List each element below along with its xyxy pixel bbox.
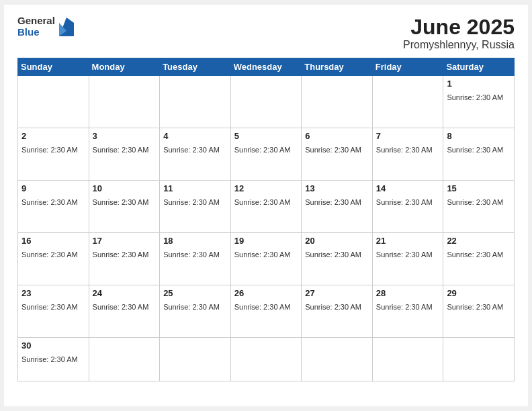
day-number: 10 [93, 183, 157, 193]
day-number: 3 [93, 131, 157, 141]
day-number: 2 [21, 131, 85, 141]
title-block: June 2025 Promyshlennyy, Russia [403, 15, 515, 51]
day-number: 6 [305, 131, 369, 141]
calendar-cell: 26Sunrise: 2:30 AM [230, 285, 302, 338]
day-number: 27 [305, 288, 369, 298]
sunrise-info: Sunrise: 2:30 AM [21, 355, 78, 363]
sunrise-info: Sunrise: 2:30 AM [376, 303, 433, 311]
day-number: 19 [234, 236, 298, 246]
day-number: 28 [376, 288, 440, 298]
sunrise-info: Sunrise: 2:30 AM [376, 198, 433, 206]
sunrise-info: Sunrise: 2:30 AM [376, 250, 433, 259]
day-number: 21 [376, 236, 440, 246]
sunrise-info: Sunrise: 2:30 AM [93, 146, 149, 154]
calendar-cell [230, 338, 302, 381]
table-row: 2Sunrise: 2:30 AM3Sunrise: 2:30 AM4Sunri… [18, 128, 515, 181]
calendar-cell [302, 76, 373, 128]
calendar-cell: 16Sunrise: 2:30 AM [18, 233, 89, 285]
calendar-cell: 7Sunrise: 2:30 AM [372, 128, 443, 181]
calendar-cell: 24Sunrise: 2:30 AM [89, 285, 160, 338]
location-title: Promyshlennyy, Russia [403, 39, 515, 51]
sunrise-info: Sunrise: 2:30 AM [21, 198, 78, 206]
calendar-cell: 12Sunrise: 2:30 AM [230, 181, 302, 233]
sunrise-info: Sunrise: 2:30 AM [447, 146, 503, 154]
logo: General Blue [17, 15, 74, 38]
calendar-cell: 25Sunrise: 2:30 AM [160, 285, 231, 338]
day-number: 7 [376, 131, 440, 141]
sunrise-info: Sunrise: 2:30 AM [163, 198, 220, 206]
day-number: 26 [234, 288, 298, 298]
calendar-cell: 2Sunrise: 2:30 AM [18, 128, 89, 181]
day-number: 30 [21, 340, 85, 351]
calendar-cell [443, 338, 515, 381]
sunrise-info: Sunrise: 2:30 AM [21, 146, 78, 154]
day-number: 18 [163, 236, 227, 246]
sunrise-info: Sunrise: 2:30 AM [447, 250, 503, 259]
logo-blue: Blue [17, 27, 55, 38]
calendar-page: General Blue June 2025 Promyshlennyy, Ru… [4, 5, 528, 406]
calendar-cell [18, 76, 89, 128]
logo-icon [59, 17, 74, 36]
col-wednesday: Wednesday [230, 58, 302, 76]
calendar-cell: 20Sunrise: 2:30 AM [302, 233, 373, 285]
sunrise-info: Sunrise: 2:30 AM [93, 250, 149, 259]
calendar-cell: 4Sunrise: 2:30 AM [160, 128, 231, 181]
table-row: 30Sunrise: 2:30 AM [18, 338, 515, 381]
calendar-cell: 22Sunrise: 2:30 AM [443, 233, 515, 285]
col-monday: Monday [89, 58, 160, 76]
calendar-cell: 9Sunrise: 2:30 AM [18, 181, 89, 233]
day-number: 25 [163, 288, 227, 298]
calendar-cell: 21Sunrise: 2:30 AM [372, 233, 443, 285]
calendar-cell: 1Sunrise: 2:30 AM [443, 76, 515, 128]
day-number: 29 [447, 288, 511, 298]
sunrise-info: Sunrise: 2:30 AM [93, 303, 149, 311]
calendar-cell: 13Sunrise: 2:30 AM [302, 181, 373, 233]
sunrise-info: Sunrise: 2:30 AM [163, 146, 220, 154]
table-row: 23Sunrise: 2:30 AM24Sunrise: 2:30 AM25Su… [18, 285, 515, 338]
sunrise-info: Sunrise: 2:30 AM [447, 198, 503, 206]
calendar-cell: 17Sunrise: 2:30 AM [89, 233, 160, 285]
calendar-cell: 14Sunrise: 2:30 AM [372, 181, 443, 233]
day-number: 1 [447, 79, 511, 89]
calendar-cell: 23Sunrise: 2:30 AM [18, 285, 89, 338]
col-saturday: Saturday [443, 58, 515, 76]
calendar-cell: 3Sunrise: 2:30 AM [89, 128, 160, 181]
day-number: 22 [447, 236, 511, 246]
day-number: 12 [234, 183, 298, 193]
sunrise-info: Sunrise: 2:30 AM [93, 198, 149, 206]
day-number: 4 [163, 131, 227, 141]
col-tuesday: Tuesday [160, 58, 231, 76]
col-sunday: Sunday [18, 58, 89, 76]
day-number: 13 [305, 183, 369, 193]
sunrise-info: Sunrise: 2:30 AM [163, 303, 220, 311]
header: General Blue June 2025 Promyshlennyy, Ru… [17, 15, 515, 51]
col-friday: Friday [372, 58, 443, 76]
calendar-cell: 5Sunrise: 2:30 AM [230, 128, 302, 181]
calendar-cell [89, 76, 160, 128]
sunrise-info: Sunrise: 2:30 AM [234, 250, 291, 259]
calendar-cell: 28Sunrise: 2:30 AM [372, 285, 443, 338]
calendar-cell [372, 338, 443, 381]
calendar-cell: 29Sunrise: 2:30 AM [443, 285, 515, 338]
day-number: 9 [21, 183, 85, 193]
table-row: 1Sunrise: 2:30 AM [18, 76, 515, 128]
col-thursday: Thursday [302, 58, 373, 76]
sunrise-info: Sunrise: 2:30 AM [305, 303, 361, 311]
day-number: 5 [234, 131, 298, 141]
calendar-cell: 27Sunrise: 2:30 AM [302, 285, 373, 338]
calendar-cell: 10Sunrise: 2:30 AM [89, 181, 160, 233]
calendar-cell: 30Sunrise: 2:30 AM [18, 338, 89, 381]
calendar-cell: 19Sunrise: 2:30 AM [230, 233, 302, 285]
sunrise-info: Sunrise: 2:30 AM [234, 146, 291, 154]
table-row: 9Sunrise: 2:30 AM10Sunrise: 2:30 AM11Sun… [18, 181, 515, 233]
calendar-cell: 8Sunrise: 2:30 AM [443, 128, 515, 181]
calendar-cell [230, 76, 302, 128]
header-row: Sunday Monday Tuesday Wednesday Thursday… [18, 58, 515, 76]
calendar-cell [302, 338, 373, 381]
calendar-cell [89, 338, 160, 381]
sunrise-info: Sunrise: 2:30 AM [234, 198, 291, 206]
sunrise-info: Sunrise: 2:30 AM [21, 303, 78, 311]
logo-general: General [17, 15, 55, 27]
day-number: 15 [447, 183, 511, 193]
sunrise-info: Sunrise: 2:30 AM [305, 146, 361, 154]
